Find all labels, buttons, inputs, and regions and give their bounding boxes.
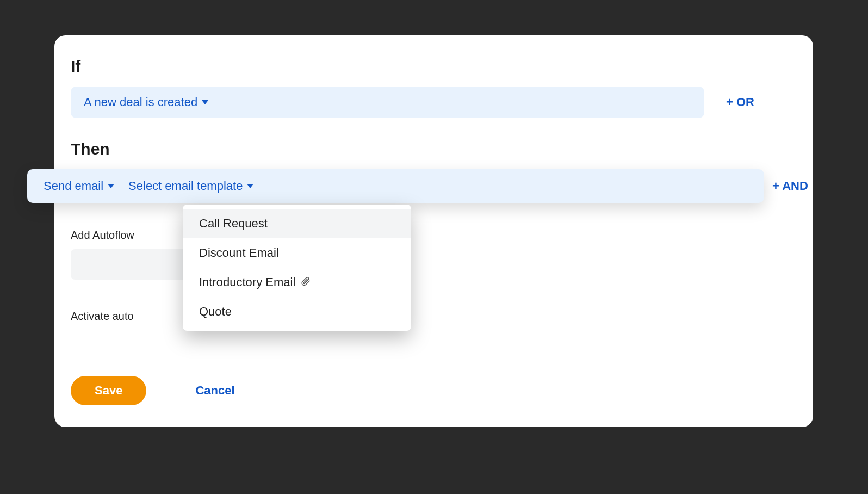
if-condition-dropdown[interactable]: A new deal is created — [84, 95, 208, 109]
add-and-button[interactable]: + AND — [772, 179, 808, 193]
paperclip-icon — [301, 275, 311, 289]
template-dropdown-menu: Call Request Discount Email Introductory… — [183, 205, 411, 331]
activate-label: Activate auto — [71, 310, 813, 323]
add-or-button[interactable]: + OR — [726, 95, 754, 109]
caret-down-icon — [247, 184, 253, 188]
caret-down-icon — [202, 100, 208, 104]
then-action-dropdown[interactable]: Send email — [44, 179, 114, 193]
if-row: A new deal is created + OR — [71, 87, 813, 118]
autoflow-label: Add Autoflow — [71, 229, 813, 242]
template-option-label: Introductory Email — [199, 275, 295, 289]
then-template-label: Select email template — [128, 179, 243, 193]
if-condition-label: A new deal is created — [84, 95, 197, 109]
template-option-label: Call Request — [199, 217, 268, 231]
template-option[interactable]: Discount Email — [183, 238, 411, 268]
if-heading: If — [71, 57, 813, 76]
then-heading: Then — [71, 140, 813, 158]
automation-card: If A new deal is created + OR Then Send … — [54, 35, 813, 427]
template-option[interactable]: Introductory Email — [183, 268, 411, 297]
template-option[interactable]: Quote — [183, 297, 411, 326]
cancel-button[interactable]: Cancel — [195, 384, 234, 398]
template-option-label: Discount Email — [199, 246, 279, 260]
then-template-dropdown[interactable]: Select email template — [128, 179, 253, 193]
then-row: Send email Select email template + AND C… — [54, 169, 813, 207]
template-option-label: Quote — [199, 305, 232, 319]
save-button[interactable]: Save — [71, 376, 146, 405]
then-action-label: Send email — [44, 179, 103, 193]
then-action-pill: Send email Select email template — [27, 169, 764, 203]
caret-down-icon — [108, 184, 114, 188]
footer-actions: Save Cancel — [71, 376, 235, 405]
if-condition-pill: A new deal is created — [71, 87, 704, 118]
template-option[interactable]: Call Request — [183, 209, 411, 238]
